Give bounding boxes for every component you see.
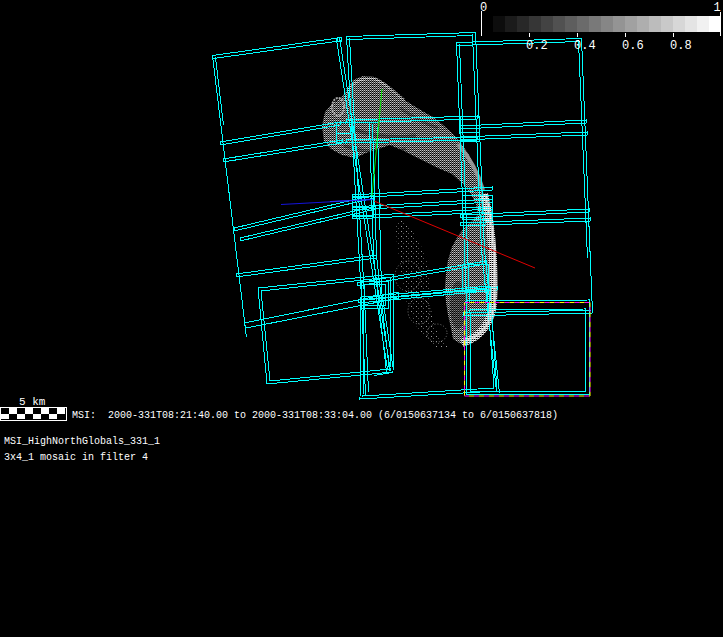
- svg-text:3x4_1 mosaic in filter 4: 3x4_1 mosaic in filter 4: [4, 452, 148, 463]
- svg-text:0.2: 0.2: [526, 39, 548, 53]
- svg-text:0: 0: [480, 1, 487, 15]
- svg-text:0.4: 0.4: [574, 39, 596, 53]
- svg-text:MSI: 2000-331T08:21:40.00 to: MSI: 2000-331T08:21:40.00 to 2000-331T08…: [72, 410, 558, 421]
- svg-text:5 km: 5 km: [19, 396, 46, 408]
- svg-text:MSI_HighNorthGlobals_331_1: MSI_HighNorthGlobals_331_1: [4, 436, 160, 447]
- svg-text:0.6: 0.6: [622, 39, 644, 53]
- svg-text:1: 1: [713, 1, 720, 15]
- svg-text:0.8: 0.8: [670, 39, 692, 53]
